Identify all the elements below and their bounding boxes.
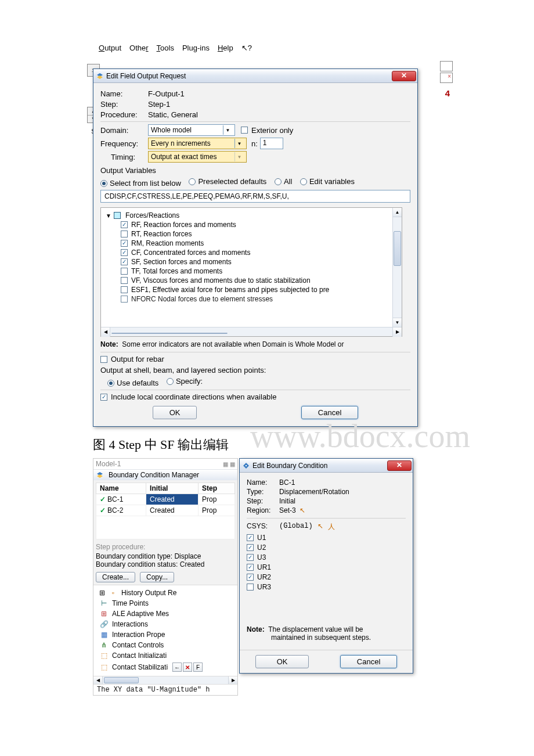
u1-checkbox[interactable] (247, 534, 254, 541)
table-row[interactable]: ✓BC-2 Created Prop (96, 505, 235, 516)
right-edge-stripes: × (440, 61, 453, 84)
timing-combo[interactable]: Output at exact times ▼ (148, 151, 247, 163)
procedure-value: Static, General (148, 110, 198, 119)
tree-contact-init[interactable]: ⬚Contact Initializati (93, 650, 237, 661)
mini-delete-button[interactable]: ✕ (183, 663, 192, 672)
triangle-down-icon[interactable]: ▼ (106, 213, 111, 219)
ebc-close-button[interactable]: ✕ (387, 460, 412, 471)
dialog-close-button[interactable]: ✕ (392, 71, 416, 81)
exterior-only-checkbox[interactable] (241, 127, 248, 134)
dialog-title: Edit Field Output Request (106, 72, 392, 80)
radio-all[interactable]: All (275, 177, 292, 186)
u3-checkbox[interactable] (247, 554, 254, 561)
scroll-up-icon[interactable]: ▲ (393, 208, 402, 217)
col-step[interactable]: Step (199, 483, 235, 494)
tree-interactions[interactable]: 🔗Interactions (93, 619, 237, 629)
output-for-rebar-label: Output for rebar (111, 355, 164, 363)
ebc-cancel-button[interactable]: Cancel (340, 655, 397, 668)
tf-checkbox[interactable] (121, 268, 128, 275)
tree-ale-mesh[interactable]: ⊞ALE Adaptive Mes (93, 609, 237, 619)
rf-checkbox[interactable] (121, 221, 128, 228)
esf1-checkbox[interactable] (121, 286, 128, 293)
cf-checkbox[interactable] (121, 249, 128, 256)
svg-rect-0 (246, 465, 247, 466)
scroll-right-icon[interactable]: ▶ (228, 676, 237, 684)
tree-interaction-prop[interactable]: ▦Interaction Prope (93, 629, 237, 640)
bc-manager-table[interactable]: Name Initial Step ✓BC-1 Created Prop ✓BC… (96, 483, 235, 539)
vf-checkbox[interactable] (121, 277, 128, 284)
u2-checkbox[interactable] (247, 544, 254, 551)
bc-type-line: Boundary condition type: Displace (96, 552, 235, 560)
menu-output[interactable]: Output (99, 44, 121, 52)
col-initial[interactable]: Initial (146, 483, 199, 494)
menu-other[interactable]: Other (129, 44, 149, 52)
menu-plugins[interactable]: Plug-ins (182, 44, 210, 52)
mini-filter-button[interactable]: F (193, 663, 203, 672)
scroll-thumb[interactable] (394, 231, 401, 266)
n-input[interactable]: 1 (260, 138, 283, 149)
ebc-ok-button[interactable]: OK (255, 655, 309, 668)
tree-history-output[interactable]: ⊞▫History Output Re (93, 588, 237, 598)
scroll-right-icon[interactable]: ▶ (392, 327, 402, 337)
scroll-down-icon[interactable]: ▼ (393, 318, 402, 327)
pick-region-icon[interactable]: ↖ (300, 506, 305, 514)
shell-points-label: Output at shell, beam, and layered secti… (100, 366, 410, 375)
ok-button[interactable]: OK (153, 406, 197, 419)
col-name[interactable]: Name (96, 483, 146, 494)
ur2-checkbox[interactable] (247, 574, 254, 581)
ur3-checkbox[interactable] (247, 584, 254, 591)
step-label: Step: (100, 100, 148, 109)
step-procedure-label: Step procedure: (96, 543, 235, 551)
rt-checkbox[interactable] (121, 231, 128, 237)
include-local-label: Include local coordinate directions when… (111, 393, 276, 401)
radio-specify[interactable]: Specify: (167, 377, 203, 386)
timing-label: Timing: (100, 153, 148, 161)
nforc-checkbox[interactable] (121, 296, 128, 303)
menu-help[interactable]: Help (218, 44, 233, 52)
hscroll-thumb[interactable] (104, 677, 139, 683)
ebc-step-value: Initial (279, 497, 295, 505)
chevron-down-icon[interactable]: ▼ (234, 139, 244, 148)
ebc-name-label: Name: (247, 478, 279, 487)
tree-hscrollbar[interactable]: ◀ ▶ (93, 676, 237, 684)
radio-use-defaults[interactable]: Use defaults (107, 379, 158, 387)
output-for-rebar-checkbox[interactable] (100, 356, 107, 363)
chevron-down-icon[interactable]: ▼ (223, 125, 232, 135)
bc-manager-title: Boundary Condition Manager (109, 471, 199, 479)
menu-whatsthis[interactable]: ↖? (241, 44, 252, 52)
variables-vscrollbar[interactable]: ▲ ▼ (392, 208, 402, 327)
bc-create-button[interactable]: Create... (96, 572, 135, 582)
sf-checkbox[interactable] (121, 258, 128, 265)
chevron-down-icon[interactable]: ▼ (234, 152, 244, 161)
tree-model-label[interactable]: Model-1 (96, 460, 121, 468)
rm-checkbox[interactable] (121, 240, 128, 247)
table-row[interactable]: ✓BC-1 Created Prop (96, 494, 235, 505)
model-tree-items[interactable]: ⊞▫History Output Re ⊢Time Points ⊞ALE Ad… (93, 585, 237, 676)
main-menubar[interactable]: Output Other Tools Plug-ins Help ↖? (99, 44, 252, 52)
frequency-combo[interactable]: Every n increments ▼ (148, 138, 247, 149)
tree-category-forces[interactable]: ▼ Forces/Reactions (106, 211, 398, 219)
radio-edit-variables[interactable]: Edit variables (300, 177, 355, 186)
dialog-icon (96, 72, 104, 80)
scroll-left-icon[interactable]: ◀ (93, 676, 103, 684)
csys-pick-icon[interactable]: ↖ (317, 522, 323, 532)
csys-person-icon[interactable]: 人 (328, 522, 335, 532)
tree-toolbar-icons[interactable]: ▦ ▦ (223, 461, 235, 467)
hscroll-thumb[interactable] (111, 333, 228, 334)
tree-contact-controls[interactable]: ⋔Contact Controls (93, 640, 237, 650)
include-local-checkbox[interactable] (100, 394, 107, 401)
tree-time-points[interactable]: ⊢Time Points (93, 598, 237, 609)
variables-hscrollbar[interactable]: ◀ ▶ (101, 327, 402, 336)
variables-string-input[interactable]: CDISP,CF,CSTRESS,LE,PE,PEEQ,PEMAG,RF,RM,… (100, 190, 410, 203)
radio-select-from-list[interactable]: Select from list below (100, 179, 181, 188)
tree-contact-stab[interactable]: ⬚Contact Stabilizati ← ✕ F (93, 661, 237, 674)
ur1-checkbox[interactable] (247, 564, 254, 571)
domain-combo[interactable]: Whole model ▼ (148, 124, 235, 136)
cancel-button[interactable]: Cancel (301, 406, 358, 419)
bc-copy-button[interactable]: Copy... (140, 572, 174, 582)
radio-preselected[interactable]: Preselected defaults (189, 177, 266, 186)
variables-tree[interactable]: ▼ Forces/Reactions RF, Reaction forces a… (100, 207, 402, 337)
menu-tools[interactable]: Tools (157, 44, 174, 52)
mini-back-button[interactable]: ← (172, 663, 182, 672)
scroll-left-icon[interactable]: ◀ (101, 327, 110, 337)
